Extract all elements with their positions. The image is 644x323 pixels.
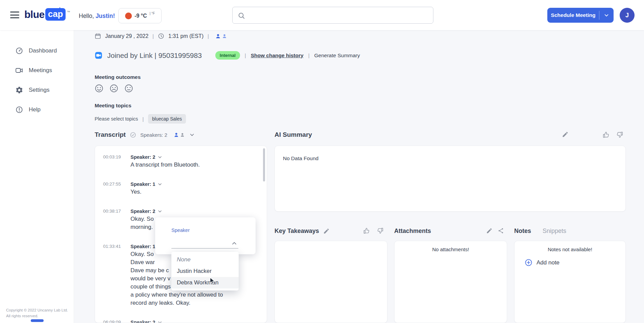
top-header: blue cap ™ Hello, Justin! -9 °C | °F Sch… [0,0,644,30]
weather-widget[interactable]: -9 °C | °F [118,8,162,23]
edit-pencil-icon[interactable] [562,131,569,138]
sidebar-item-label: Meetings [29,67,52,74]
share-icon[interactable] [498,228,504,234]
separator: | [208,33,209,39]
transcript-scrollbar-thumb[interactable] [263,148,265,181]
meeting-topics-row: Please select topics | bluecap Sales [95,114,186,124]
transcript-timestamp: 00:27:55 [103,181,121,187]
logo-text-cap: cap [45,8,66,21]
logo-text-blue: blue [24,9,45,20]
chevron-down-icon[interactable] [157,209,163,214]
transcript-timestamp: 01:33:41 [103,244,121,249]
chevron-down-icon[interactable] [189,132,195,138]
tab-snippets[interactable]: Snippets [543,228,566,235]
bluecap-logo[interactable]: blue cap ™ [24,8,70,21]
greeting-prefix: Hello, [79,13,94,19]
speaker-option-none[interactable]: None [171,254,239,265]
speaker-select-row[interactable]: Speaker: 2 [130,319,267,323]
separator: | [152,33,154,39]
thumbs-down-icon[interactable] [616,131,623,138]
schedule-meeting-label: Schedule Meeting [547,12,599,18]
sidebar-item-label: Dashboard [29,47,57,54]
search-input[interactable] [233,7,433,23]
edit-pencil-icon[interactable] [323,228,330,234]
gear-icon [15,86,23,94]
speaker-label: Speaker: 2 [130,154,155,160]
thumbs-up-icon[interactable] [602,131,610,138]
thumbs-up-icon[interactable] [363,227,370,234]
key-takeaways-title: Key Takeaways [275,228,319,235]
sidebar-item-settings[interactable]: Settings [0,80,74,100]
horizontal-scrollbar-thumb[interactable] [31,319,44,322]
notes-panel: Notes not available! Add note [514,241,626,323]
left-sidebar: Dashboard Meetings Settings Help Copyrig… [0,30,74,323]
chevron-down-icon[interactable] [157,181,163,187]
copyright-line2: All rights reserved. [6,313,68,319]
speaker-option-debra-workman[interactable]: Debra Workman [171,277,239,288]
neutral-face-icon[interactable] [124,84,134,93]
meeting-topics-label: Meeting topics [95,103,132,109]
transcript-header: Transcript Speakers: 2 [95,130,267,140]
chevron-down-icon[interactable] [599,12,614,18]
transcript-entry: 00:27:55 Speaker: 1 Yes. [95,180,267,196]
thumbs-down-icon[interactable] [377,227,384,234]
sidebar-item-meetings[interactable]: Meetings [0,61,74,80]
transcript-text: record any leaks. Okay. [130,299,267,307]
chevron-down-icon[interactable] [157,320,163,323]
ai-summary-empty-text: No Data Found [283,155,318,161]
participants-icon[interactable] [215,33,227,39]
attachments-empty-text: No attachments! [395,241,507,252]
key-takeaways-header: Key Takeaways [275,227,387,235]
speaker-select-row[interactable]: Speaker: 1 [130,180,267,188]
speaker-options-menu: None Justin Hacker Debra Workman [171,252,239,290]
ai-summary-header: AI Summary [275,130,626,140]
hamburger-menu-icon[interactable] [10,12,19,19]
generate-summary-button[interactable]: Generate Summary [314,52,360,59]
select-topics-control[interactable]: Please select topics [95,116,138,122]
sidebar-item-dashboard[interactable]: Dashboard [0,41,74,61]
attachments-panel: No attachments! [394,241,507,323]
speaker-label: Speaker: 1 [130,244,155,249]
schedule-meeting-button[interactable]: Schedule Meeting [547,8,614,23]
transcript-timestamp: 06:09:09 [103,320,121,323]
chevron-down-icon[interactable] [157,154,163,160]
add-note-button[interactable]: Add note [525,259,559,266]
smiley-face-icon[interactable] [94,84,104,93]
calendar-icon [95,33,101,39]
chevron-up-icon[interactable] [231,240,238,247]
speaker-select[interactable] [171,238,238,249]
sidebar-item-help[interactable]: Help [0,100,74,120]
transcript-timestamp: 00:38:17 [103,209,121,214]
speaker-option-justin-hacker[interactable]: Justin Hacker [171,265,239,277]
meeting-title-row: Joined by Link | 95031995983 Internal | … [95,51,360,60]
speaker-label: Speaker: 2 [130,209,155,214]
user-avatar[interactable]: J [620,8,635,23]
video-camera-icon [15,66,23,74]
transcript-text: Yes. [130,188,267,196]
speaker-assign-popup: Speaker [155,217,256,254]
topic-chip[interactable]: bluecap Sales [148,114,186,124]
meeting-time: 1:31 pm (EST) [168,33,204,39]
sad-face-icon[interactable] [109,84,119,93]
separator: | [245,52,246,58]
help-icon [15,106,23,114]
speakers-count-label: Speakers: 2 [140,132,167,138]
copyright-line1: Copyright © 2022 Uncanny Lab Ltd. [6,307,68,313]
edit-pencil-icon[interactable] [486,228,493,234]
main-content: January 29 , 2022 | 1:31 pm (EST) | Join… [74,30,644,323]
greeting-text: Hello, Justin! [79,13,115,20]
avatar-initial: J [625,12,629,19]
dashboard-icon [15,47,23,55]
copyright-notice: Copyright © 2022 Uncanny Lab Ltd. All ri… [6,307,68,319]
weather-temperature: -9 °C [135,13,147,19]
transcript-entry: 00:03:19 Speaker: 2 A transcript from Bl… [95,153,267,169]
weather-alt-unit[interactable]: | °F [150,12,155,15]
transcript-title: Transcript [95,131,126,138]
ai-summary-title: AI Summary [275,131,312,138]
search-bar [232,7,433,24]
show-change-history-link[interactable]: Show change history [251,52,304,59]
speaker-select-row[interactable]: Speaker: 2 [130,153,267,161]
separator: | [142,116,144,122]
speaker-select-row[interactable]: Speaker: 2 [130,208,267,215]
tab-notes[interactable]: Notes [514,228,531,235]
